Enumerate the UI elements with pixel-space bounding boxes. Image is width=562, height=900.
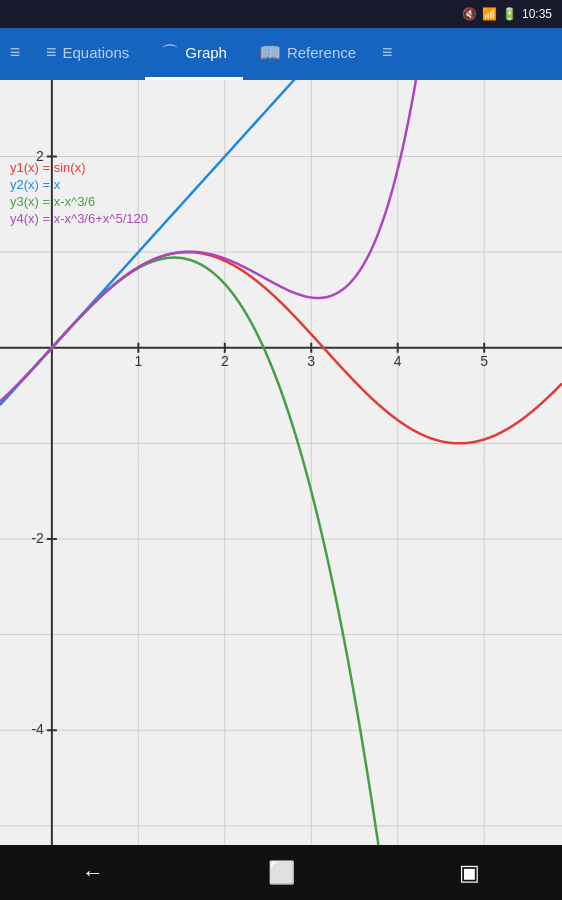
legend-y3: y3(x) = x-x^3/6 — [10, 194, 148, 209]
home-button[interactable]: ⬜ — [248, 852, 315, 894]
legend-y4: y4(x) = x-x^3/6+x^5/120 — [10, 211, 148, 226]
nav-bar: ← ⬜ ▣ — [0, 845, 562, 900]
tab-bar: ≡ ≡ Equations ⌒ Graph 📖 Reference ≡ — [0, 28, 562, 80]
legend-y2: y2(x) = x — [10, 177, 148, 192]
legend: y1(x) = sin(x) y2(x) = x y3(x) = x-x^3/6… — [10, 160, 148, 226]
equations-tab-icon: ≡ — [46, 42, 57, 63]
clock: 10:35 — [522, 7, 552, 21]
reference-tab-icon: 📖 — [259, 42, 281, 64]
back-button[interactable]: ← — [62, 852, 124, 894]
tab-graph-label: Graph — [185, 44, 227, 61]
tab-reference[interactable]: 📖 Reference — [243, 28, 372, 80]
status-icons: 🔇 📶 🔋 10:35 — [462, 7, 552, 21]
graph-tab-icon: ⌒ — [161, 41, 179, 65]
mute-icon: 🔇 — [462, 7, 477, 21]
tab-equations-label: Equations — [63, 44, 130, 61]
recents-button[interactable]: ▣ — [439, 852, 500, 894]
status-bar: 🔇 📶 🔋 10:35 — [0, 0, 562, 28]
tab-reference-label: Reference — [287, 44, 356, 61]
wifi-icon: 📶 — [482, 7, 497, 21]
battery-icon: 🔋 — [502, 7, 517, 21]
equations-icon: ≡ — [10, 42, 21, 63]
tab-graph[interactable]: ⌒ Graph — [145, 28, 243, 80]
tab-extra[interactable]: ≡ — [372, 28, 402, 80]
extra-tab-icon: ≡ — [382, 42, 393, 63]
legend-y1: y1(x) = sin(x) — [10, 160, 148, 175]
graph-area[interactable]: y1(x) = sin(x) y2(x) = x y3(x) = x-x^3/6… — [0, 80, 562, 845]
tab-equations[interactable]: ≡ Equations — [30, 28, 145, 80]
tab-equations-partial[interactable]: ≡ — [0, 28, 30, 80]
